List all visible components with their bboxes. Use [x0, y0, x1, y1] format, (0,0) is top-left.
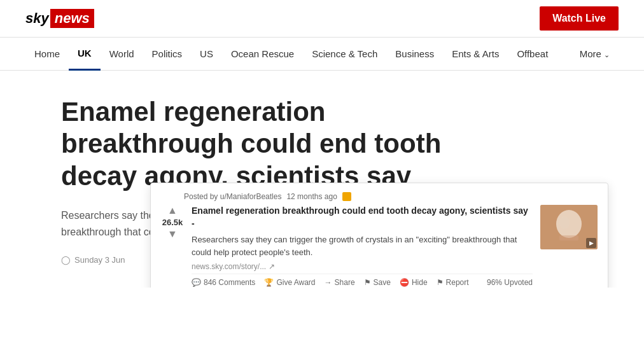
upvote-icon[interactable]: ▲	[167, 205, 178, 216]
thumbnail-overlay: ▶	[586, 238, 596, 248]
logo-sky-text: sky	[25, 10, 49, 27]
nav-link-ocean-rescue[interactable]: Ocean Rescue	[222, 38, 303, 69]
main-nav: Home UK World Politics US Ocean Rescue S…	[0, 38, 644, 71]
report-action[interactable]: ⚑ Report	[437, 278, 469, 287]
chevron-down-icon: ⌄	[604, 51, 610, 59]
nav-link-offbeat[interactable]: Offbeat	[508, 38, 557, 69]
external-link-icon: ↗	[269, 262, 275, 271]
article-title: Enamel regeneration breakthrough could e…	[61, 96, 456, 192]
report-icon: ⚑	[437, 278, 444, 287]
clock-icon: ◯	[61, 255, 71, 265]
watch-live-button[interactable]: Watch Live	[540, 6, 619, 31]
share-icon: →	[325, 278, 332, 287]
hide-action[interactable]: ⛔ Hide	[400, 278, 428, 287]
downvote-icon[interactable]: ▼	[167, 228, 178, 240]
vote-count: 26.5k	[162, 218, 183, 227]
nav-item-home[interactable]: Home	[25, 38, 69, 69]
nav-item-us[interactable]: US	[191, 38, 222, 69]
main-content: Enamel regeneration breakthrough could e…	[36, 71, 608, 288]
nav-link-ents-arts[interactable]: Ents & Arts	[443, 38, 508, 69]
report-label: Report	[446, 278, 469, 287]
comments-icon: 💬	[192, 278, 201, 287]
nav-item-offbeat[interactable]: Offbeat	[508, 38, 557, 69]
save-label: Save	[374, 278, 391, 287]
give-award-label: Give Award	[276, 278, 315, 287]
reddit-thumbnail: ▶	[540, 205, 598, 249]
nav-item-business[interactable]: Business	[386, 38, 443, 69]
nav-item-more[interactable]: More ⌄	[571, 38, 619, 69]
nav-link-home[interactable]: Home	[25, 38, 69, 69]
reddit-content: Enamel regeneration breakthrough could e…	[192, 205, 533, 287]
hide-label: Hide	[412, 278, 428, 287]
nav-item-science-tech[interactable]: Science & Tech	[303, 38, 386, 69]
svg-rect-3	[559, 235, 578, 240]
article-date: Sunday 3 Jun	[74, 255, 125, 265]
comments-label: 846 Comments	[204, 278, 255, 287]
nav-link-politics[interactable]: Politics	[143, 38, 192, 69]
nav-item-ocean-rescue[interactable]: Ocean Rescue	[222, 38, 303, 69]
nav-item-world[interactable]: World	[101, 38, 143, 69]
reddit-post-header: Posted by u/ManiaforBeatles 12 months ag…	[184, 192, 598, 201]
share-action[interactable]: → Share	[325, 278, 355, 287]
reddit-post-title: Enamel regeneration breakthrough could e…	[192, 205, 533, 230]
nav-link-uk[interactable]: UK	[69, 38, 101, 69]
comments-action[interactable]: 💬 846 Comments	[192, 278, 255, 287]
nav-list: Home UK World Politics US Ocean Rescue S…	[25, 38, 619, 70]
hide-icon: ⛔	[400, 278, 409, 287]
award-icon: 🏆	[264, 278, 274, 287]
reddit-link-text: news.sky.com/story/...	[192, 262, 266, 271]
reddit-post-desc: Researchers say they can trigger the gro…	[192, 233, 533, 258]
reddit-time-ago: 12 months ago	[286, 192, 337, 201]
reddit-body: ▲ 26.5k ▼ Enamel regeneration breakthrou…	[161, 205, 598, 287]
reddit-gold-icon	[342, 192, 351, 201]
nav-link-more[interactable]: More ⌄	[571, 38, 619, 69]
nav-link-world[interactable]: World	[101, 38, 143, 69]
nav-link-us[interactable]: US	[191, 38, 222, 69]
reddit-post-link[interactable]: news.sky.com/story/... ↗	[192, 262, 533, 271]
nav-link-science-tech[interactable]: Science & Tech	[303, 38, 386, 69]
site-logo: skynews	[25, 9, 94, 28]
reddit-popup: Posted by u/ManiaforBeatles 12 months ag…	[150, 183, 608, 288]
reddit-actions: 💬 846 Comments 🏆 Give Award → Share ⚑ Sa…	[192, 274, 533, 287]
save-icon: ⚑	[364, 278, 371, 287]
nav-link-business[interactable]: Business	[386, 38, 443, 69]
give-award-action[interactable]: 🏆 Give Award	[264, 278, 315, 287]
reddit-posted-by: Posted by u/ManiaforBeatles	[184, 192, 281, 201]
logo-news-text: news	[50, 9, 94, 28]
svg-point-2	[559, 216, 570, 229]
upvote-percentage: 96% Upvoted	[487, 278, 533, 287]
save-action[interactable]: ⚑ Save	[364, 278, 391, 287]
nav-item-ents-arts[interactable]: Ents & Arts	[443, 38, 508, 69]
nav-item-politics[interactable]: Politics	[143, 38, 192, 69]
share-label: Share	[335, 278, 355, 287]
nav-item-uk[interactable]: UK	[69, 38, 101, 71]
vote-section: ▲ 26.5k ▼	[161, 205, 184, 287]
more-label: More	[580, 48, 601, 59]
site-header: skynews Watch Live	[0, 0, 644, 38]
